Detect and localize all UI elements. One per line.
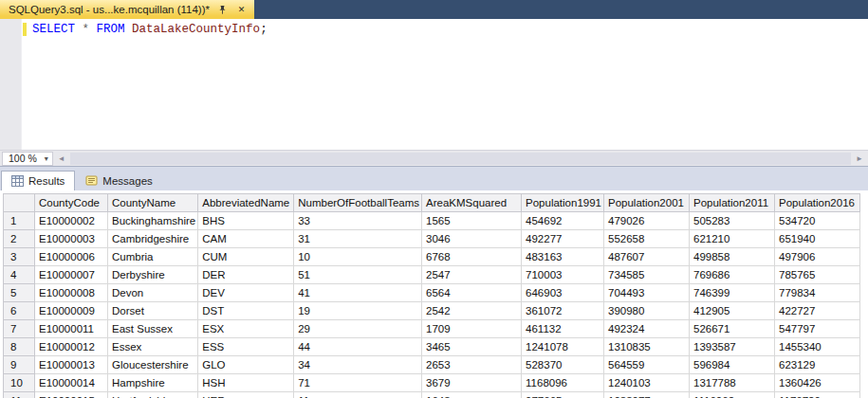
grid-cell[interactable]: E10000003 bbox=[35, 230, 108, 248]
grid-cell[interactable]: 1360426 bbox=[774, 374, 859, 392]
column-header[interactable]: AreaKMSquared bbox=[422, 194, 522, 212]
grid-cell[interactable]: 1116062 bbox=[689, 392, 774, 398]
grid-cell[interactable]: E10000012 bbox=[35, 338, 108, 356]
grid-cell[interactable]: 31 bbox=[294, 230, 422, 248]
grid-cell[interactable]: 10 bbox=[294, 248, 422, 266]
grid-cell[interactable]: 596984 bbox=[689, 356, 774, 374]
horizontal-scrollbar[interactable]: ◄ ► bbox=[53, 151, 868, 167]
grid-cell[interactable]: E10000015 bbox=[35, 392, 108, 398]
grid-cell[interactable]: E10000013 bbox=[35, 356, 108, 374]
grid-cell[interactable]: E10000011 bbox=[35, 320, 108, 338]
grid-cell[interactable]: Essex bbox=[108, 338, 198, 356]
column-header[interactable]: CountyCode bbox=[35, 194, 108, 212]
grid-cell[interactable]: Gloucestershire bbox=[108, 356, 198, 374]
column-header[interactable]: Population1991 bbox=[522, 194, 604, 212]
grid-cell[interactable]: 547797 bbox=[774, 320, 859, 338]
grid-cell[interactable]: Cambridgeshire bbox=[108, 230, 198, 248]
grid-cell[interactable]: 746399 bbox=[689, 284, 774, 302]
grid-cell[interactable]: 552658 bbox=[603, 230, 689, 248]
grid-cell[interactable]: 492324 bbox=[603, 320, 689, 338]
grid-cell[interactable]: E10000002 bbox=[35, 212, 108, 230]
grid-cell[interactable]: 487607 bbox=[603, 248, 689, 266]
row-number[interactable]: 10 bbox=[4, 374, 35, 392]
grid-cell[interactable]: 769686 bbox=[689, 266, 774, 284]
grid-cell[interactable]: 499858 bbox=[689, 248, 774, 266]
grid-cell[interactable]: 1565 bbox=[422, 212, 522, 230]
grid-cell[interactable]: HER bbox=[198, 392, 294, 398]
grid-cell[interactable]: HSH bbox=[198, 374, 294, 392]
grid-cell[interactable]: 412905 bbox=[689, 302, 774, 320]
grid-cell[interactable]: 11 bbox=[294, 392, 422, 398]
grid-cell[interactable]: Buckinghamshire bbox=[108, 212, 198, 230]
grid-cell[interactable]: E10000014 bbox=[35, 374, 108, 392]
grid-cell[interactable]: 1455340 bbox=[774, 338, 859, 356]
row-number[interactable]: 6 bbox=[4, 302, 35, 320]
grid-cell[interactable]: 646903 bbox=[522, 284, 604, 302]
grid-cell[interactable]: 1709 bbox=[422, 320, 522, 338]
close-icon[interactable]: ✕ bbox=[235, 4, 248, 16]
grid-cell[interactable]: 33 bbox=[294, 212, 422, 230]
grid-cell[interactable]: 461132 bbox=[522, 320, 604, 338]
grid-cell[interactable]: 3465 bbox=[422, 338, 522, 356]
grid-cell[interactable]: 390980 bbox=[603, 302, 689, 320]
grid-cell[interactable]: 44 bbox=[294, 338, 422, 356]
grid-cell[interactable]: 1393587 bbox=[689, 338, 774, 356]
row-number[interactable]: 2 bbox=[4, 230, 35, 248]
grid-cell[interactable]: 528370 bbox=[522, 356, 604, 374]
column-header[interactable]: Population2011 bbox=[689, 194, 774, 212]
grid-cell[interactable]: 422727 bbox=[774, 302, 859, 320]
grid-cell[interactable]: 734585 bbox=[603, 266, 689, 284]
grid-cell[interactable]: DEV bbox=[198, 284, 294, 302]
grid-cell[interactable]: 505283 bbox=[689, 212, 774, 230]
grid-cell[interactable]: Hertfordshire bbox=[108, 392, 198, 398]
grid-cell[interactable]: DST bbox=[198, 302, 294, 320]
grid-cell[interactable]: 34 bbox=[294, 356, 422, 374]
grid-cell[interactable]: 704493 bbox=[603, 284, 689, 302]
grid-cell[interactable]: 497906 bbox=[774, 248, 859, 266]
grid-cell[interactable]: Cumbria bbox=[108, 248, 198, 266]
row-number[interactable]: 4 bbox=[4, 266, 35, 284]
grid-cell[interactable]: DER bbox=[198, 266, 294, 284]
tab-results[interactable]: Results bbox=[1, 171, 75, 190]
zoom-combobox[interactable]: 100 % ▾ bbox=[2, 152, 53, 166]
grid-cell[interactable]: 785765 bbox=[774, 266, 859, 284]
select-all-corner[interactable] bbox=[4, 194, 35, 212]
grid-cell[interactable]: Hampshire bbox=[108, 374, 198, 392]
pin-icon[interactable] bbox=[216, 4, 229, 16]
grid-cell[interactable]: 1317788 bbox=[689, 374, 774, 392]
grid-cell[interactable]: 479026 bbox=[603, 212, 689, 230]
grid-cell[interactable]: 526671 bbox=[689, 320, 774, 338]
grid-cell[interactable]: 1168096 bbox=[522, 374, 604, 392]
grid-cell[interactable]: Derbyshire bbox=[108, 266, 198, 284]
grid-cell[interactable]: 41 bbox=[294, 284, 422, 302]
grid-cell[interactable]: 6564 bbox=[422, 284, 522, 302]
grid-cell[interactable]: ESS bbox=[198, 338, 294, 356]
grid-cell[interactable]: 29 bbox=[294, 320, 422, 338]
grid-cell[interactable]: GLO bbox=[198, 356, 294, 374]
row-number[interactable]: 5 bbox=[4, 284, 35, 302]
grid-cell[interactable]: 1241078 bbox=[522, 338, 604, 356]
grid-cell[interactable]: 492277 bbox=[522, 230, 604, 248]
query-editor[interactable]: SELECT * FROM DataLakeCountyInfo; bbox=[0, 19, 868, 150]
row-number[interactable]: 3 bbox=[4, 248, 35, 266]
grid-cell[interactable]: 51 bbox=[294, 266, 422, 284]
grid-cell[interactable]: 534720 bbox=[774, 212, 859, 230]
scroll-left-icon[interactable]: ◄ bbox=[53, 151, 70, 167]
grid-cell[interactable]: 1643 bbox=[422, 392, 522, 398]
grid-cell[interactable]: E10000007 bbox=[35, 266, 108, 284]
column-header[interactable]: NumberOfFootballTeams bbox=[294, 194, 422, 212]
row-number[interactable]: 7 bbox=[4, 320, 35, 338]
row-number[interactable]: 9 bbox=[4, 356, 35, 374]
grid-cell[interactable]: 6768 bbox=[422, 248, 522, 266]
column-header[interactable]: CountyName bbox=[108, 194, 198, 212]
row-number[interactable]: 11 bbox=[4, 392, 35, 398]
grid-cell[interactable]: 1310835 bbox=[603, 338, 689, 356]
grid-cell[interactable]: East Sussex bbox=[108, 320, 198, 338]
grid-cell[interactable]: Dorset bbox=[108, 302, 198, 320]
grid-cell[interactable]: 3046 bbox=[422, 230, 522, 248]
grid-cell[interactable]: 977665 bbox=[522, 392, 604, 398]
grid-cell[interactable]: 1240103 bbox=[603, 374, 689, 392]
grid-cell[interactable]: E10000008 bbox=[35, 284, 108, 302]
grid-cell[interactable]: 19 bbox=[294, 302, 422, 320]
grid-cell[interactable]: 564559 bbox=[603, 356, 689, 374]
